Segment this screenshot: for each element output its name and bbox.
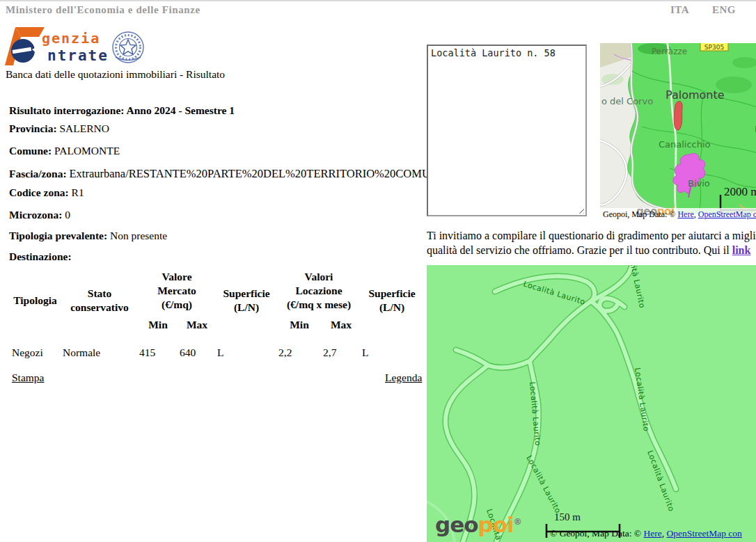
survey-line2-text: qualità del servizio che offriamo. Grazi…: [427, 244, 732, 256]
col-header-stato: Stato conservativo: [61, 270, 138, 331]
col-header-max-2: Max: [322, 312, 361, 331]
map-label-palomonte: Palomonte: [666, 88, 725, 102]
field-provincia: Provincia: SALERNO: [9, 122, 427, 135]
field-provincia-label: Provincia:: [9, 122, 57, 134]
field-microzona: Microzona: 0: [9, 209, 427, 221]
cell-mercato-max: 640: [178, 331, 216, 359]
survey-link[interactable]: link: [732, 244, 751, 256]
map-label-bivio: Bivio: [688, 178, 710, 189]
openstreetmap-link[interactable]: OpenStreetMap co: [698, 209, 756, 219]
detail-attribution: © Geopoi, Map Data: © Here, OpenStreetMa…: [550, 528, 742, 539]
table-row: Negozi Normale 415 640 L 2,2 2,7 L: [9, 331, 423, 359]
col-header-min-1: Min: [138, 312, 178, 331]
survey-line1: Ti invitiamo a compilare il questionario…: [427, 228, 756, 243]
field-microzona-label: Microzona:: [9, 209, 62, 221]
col-header-superficie-2: Superficie (L/N): [361, 270, 423, 331]
field-tipologia-prevalente: Tipologia prevalente: Non presente: [9, 230, 427, 242]
field-tipologia-prev-label: Tipologia prevalente:: [9, 230, 107, 241]
quotations-table: Tipologia Stato conservativo Valore Merc…: [9, 270, 423, 359]
geopoi-logo-poi: poi: [478, 512, 514, 537]
agenzia-entrate-logo: genzia ntrate: [4, 26, 150, 67]
page: Ministero dell'Economia e delle Finanze …: [0, 0, 756, 542]
detail-attr-prefix: © Geopoi, Map Data: ©: [550, 528, 644, 539]
cell-mercato-min: 415: [138, 331, 178, 359]
field-fascia-label: Fascia/zona:: [9, 168, 67, 180]
col-header-valore-mercato: Valore Mercato (€/mq): [138, 270, 216, 312]
lang-ita-link[interactable]: ITA: [670, 4, 689, 16]
field-codice-zona: Codice zona: R1: [9, 186, 427, 199]
field-codice-label: Codice zona:: [9, 186, 69, 198]
col-header-valori-locazione: Valori Locazione (€/mq x mese): [277, 270, 361, 312]
lang-eng-link[interactable]: ENG: [712, 4, 736, 16]
legenda-link[interactable]: Legenda: [385, 372, 422, 384]
field-fascia-zona: Fascia/zona: Extraurbana/RESTANTE%20PART…: [9, 167, 427, 181]
cell-superficie-1: L: [216, 331, 277, 359]
field-destinazione: Destinazione:: [9, 250, 427, 263]
field-destinazione-label: Destinazione:: [9, 250, 72, 262]
here-link[interactable]: Here: [677, 209, 693, 219]
top-divider: [0, 0, 756, 1]
address-textarea-wrap: Località Laurito n. 58: [427, 45, 587, 216]
overview-attribution: Geopoi, Map Data: © Here, OpenStreetMap …: [603, 209, 756, 220]
italy-emblem-icon: [113, 32, 143, 63]
map-label-perrazze: Perrazze: [652, 47, 687, 56]
result-title: Risultato interrogazione: Anno 2024 - Se…: [9, 104, 427, 117]
geopoi-logo-r: ®: [514, 517, 522, 527]
cell-tipologia: Negozi: [9, 331, 61, 359]
field-comune: Comune: PALOMONTE: [9, 145, 427, 157]
detail-map-canvas: Località Laurito Località Laurito Locali…: [427, 265, 756, 542]
overview-attr-prefix: Geopoi, Map Data: ©: [603, 209, 677, 219]
geopoi-logo-geo: geo: [435, 512, 478, 537]
map-label-canalicchio: Canalicchio: [659, 139, 711, 150]
logo-word-agenzia: genzia: [42, 30, 100, 47]
agenzia-entrate-logo-graphic: genzia ntrate: [4, 26, 150, 67]
geopoi-logo: geopoi®: [435, 511, 522, 535]
map-label-corvo: o del Corvo: [601, 96, 653, 106]
field-comune-value: PALOMONTE: [54, 145, 120, 157]
openstreetmap-link[interactable]: OpenStreetMap con: [666, 528, 741, 539]
field-provincia-value: SALERNO: [59, 122, 109, 134]
field-tipologia-prev-value: Non presente: [110, 230, 167, 241]
col-header-min-2: Min: [277, 312, 322, 331]
detail-map[interactable]: Località Laurito Località Laurito Locali…: [427, 265, 756, 542]
svg-text:SP305: SP305: [704, 44, 724, 51]
detail-scale-label: 150 m: [554, 511, 581, 523]
overview-map[interactable]: Perrazze SP305 Palomonte o del Corvo Can…: [600, 43, 756, 221]
page-title: Banca dati delle quotazioni immobiliari …: [6, 68, 225, 81]
logo-word-entrate: ntrate: [47, 47, 109, 64]
field-fascia-value: Extraurbana/RESTANTE%20PARTE%20DEL%20TER…: [70, 167, 427, 180]
cell-stato: Normale: [61, 331, 138, 359]
cell-superficie-2: L: [361, 331, 423, 359]
overview-scale-label: 2000 m: [724, 185, 756, 199]
col-header-superficie-1: Superficie (L/N): [216, 270, 277, 331]
ministry-title: Ministero dell'Economia e delle Finanze: [6, 4, 200, 16]
cell-locazione-min: 2,2: [277, 331, 322, 359]
field-microzona-value: 0: [65, 209, 70, 221]
col-header-max-1: Max: [178, 312, 216, 331]
here-link[interactable]: Here: [644, 528, 662, 539]
address-textarea[interactable]: Località Laurito n. 58: [427, 45, 587, 216]
survey-note: Ti invitiamo a compilare il questionario…: [427, 228, 756, 257]
stampa-link[interactable]: Stampa: [12, 372, 45, 384]
road-badge-sp305: SP305: [700, 43, 728, 51]
field-comune-label: Comune:: [9, 145, 52, 157]
cell-locazione-max: 2,7: [322, 331, 361, 359]
survey-line2: qualità del servizio che offriamo. Grazi…: [427, 243, 756, 257]
col-header-tipologia: Tipologia: [9, 270, 61, 331]
field-codice-value: R1: [72, 186, 84, 198]
